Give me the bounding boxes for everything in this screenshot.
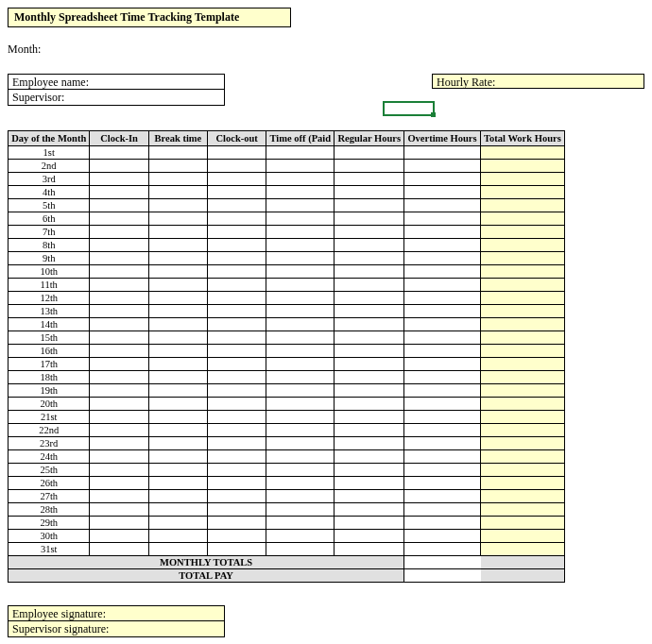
data-cell[interactable] xyxy=(404,543,481,556)
day-cell[interactable]: 22nd xyxy=(9,424,90,437)
day-cell[interactable]: 23rd xyxy=(9,437,90,450)
day-cell[interactable]: 2nd xyxy=(9,160,90,173)
data-cell[interactable] xyxy=(208,318,266,331)
supervisor-signature-label[interactable]: Supervisor signature: xyxy=(9,621,224,636)
data-cell[interactable] xyxy=(480,530,564,543)
data-cell[interactable] xyxy=(480,477,564,490)
data-cell[interactable] xyxy=(335,279,404,292)
data-cell[interactable] xyxy=(148,450,207,464)
data-cell[interactable] xyxy=(480,160,564,173)
data-cell[interactable] xyxy=(90,345,148,358)
data-cell[interactable] xyxy=(335,371,404,384)
data-cell[interactable] xyxy=(148,384,207,398)
data-cell[interactable] xyxy=(148,305,207,318)
data-cell[interactable] xyxy=(266,186,335,199)
data-cell[interactable] xyxy=(335,437,404,450)
data-cell[interactable] xyxy=(90,384,148,398)
data-cell[interactable] xyxy=(148,199,207,212)
data-cell[interactable] xyxy=(266,384,335,398)
data-cell[interactable] xyxy=(148,239,207,252)
data-cell[interactable] xyxy=(90,199,148,212)
data-cell[interactable] xyxy=(404,199,481,212)
data-cell[interactable] xyxy=(148,530,207,543)
data-cell[interactable] xyxy=(208,384,266,398)
day-cell[interactable]: 14th xyxy=(9,318,90,331)
data-cell[interactable] xyxy=(480,252,564,265)
supervisor-label[interactable]: Supervisor: xyxy=(9,90,224,105)
data-cell[interactable] xyxy=(335,358,404,371)
data-cell[interactable] xyxy=(266,503,335,517)
data-cell[interactable] xyxy=(335,331,404,345)
day-cell[interactable]: 10th xyxy=(9,265,90,279)
data-cell[interactable] xyxy=(480,331,564,345)
data-cell[interactable] xyxy=(480,543,564,556)
day-cell[interactable]: 29th xyxy=(9,517,90,530)
data-cell[interactable] xyxy=(148,173,207,186)
data-cell[interactable] xyxy=(148,146,207,160)
data-cell[interactable] xyxy=(208,265,266,279)
data-cell[interactable] xyxy=(208,331,266,345)
day-cell[interactable]: 18th xyxy=(9,371,90,384)
data-cell[interactable] xyxy=(208,424,266,437)
data-cell[interactable] xyxy=(335,450,404,464)
data-cell[interactable] xyxy=(335,490,404,503)
data-cell[interactable] xyxy=(404,239,481,252)
data-cell[interactable] xyxy=(148,331,207,345)
data-cell[interactable] xyxy=(208,358,266,371)
data-cell[interactable] xyxy=(208,146,266,160)
data-cell[interactable] xyxy=(335,252,404,265)
data-cell[interactable] xyxy=(90,265,148,279)
data-cell[interactable] xyxy=(480,424,564,437)
data-cell[interactable] xyxy=(335,477,404,490)
data-cell[interactable] xyxy=(208,212,266,226)
data-cell[interactable] xyxy=(148,265,207,279)
data-cell[interactable] xyxy=(266,292,335,305)
data-cell[interactable] xyxy=(208,530,266,543)
data-cell[interactable] xyxy=(148,318,207,331)
data-cell[interactable] xyxy=(266,490,335,503)
data-cell[interactable] xyxy=(266,358,335,371)
data-cell[interactable] xyxy=(480,173,564,186)
data-cell[interactable] xyxy=(148,160,207,173)
employee-name-label[interactable]: Employee name: xyxy=(9,75,224,90)
day-cell[interactable]: 8th xyxy=(9,239,90,252)
data-cell[interactable] xyxy=(480,345,564,358)
data-cell[interactable] xyxy=(90,279,148,292)
data-cell[interactable] xyxy=(335,173,404,186)
data-cell[interactable] xyxy=(266,398,335,411)
day-cell[interactable]: 26th xyxy=(9,477,90,490)
data-cell[interactable] xyxy=(148,398,207,411)
data-cell[interactable] xyxy=(404,252,481,265)
data-cell[interactable] xyxy=(208,239,266,252)
data-cell[interactable] xyxy=(404,437,481,450)
data-cell[interactable] xyxy=(90,173,148,186)
data-cell[interactable] xyxy=(208,345,266,358)
data-cell[interactable] xyxy=(90,477,148,490)
day-cell[interactable]: 12th xyxy=(9,292,90,305)
data-cell[interactable] xyxy=(208,437,266,450)
data-cell[interactable] xyxy=(335,384,404,398)
data-cell[interactable] xyxy=(266,371,335,384)
data-cell[interactable] xyxy=(208,477,266,490)
data-cell[interactable] xyxy=(480,318,564,331)
data-cell[interactable] xyxy=(480,146,564,160)
data-cell[interactable] xyxy=(90,160,148,173)
data-cell[interactable] xyxy=(266,226,335,239)
data-cell[interactable] xyxy=(90,450,148,464)
data-cell[interactable] xyxy=(404,450,481,464)
day-cell[interactable]: 30th xyxy=(9,530,90,543)
data-cell[interactable] xyxy=(90,424,148,437)
data-cell[interactable] xyxy=(335,199,404,212)
data-cell[interactable] xyxy=(90,464,148,477)
day-cell[interactable]: 13th xyxy=(9,305,90,318)
data-cell[interactable] xyxy=(148,424,207,437)
data-cell[interactable] xyxy=(335,160,404,173)
data-cell[interactable] xyxy=(335,543,404,556)
data-cell[interactable] xyxy=(335,146,404,160)
data-cell[interactable] xyxy=(266,173,335,186)
data-cell[interactable] xyxy=(480,411,564,424)
day-cell[interactable]: 28th xyxy=(9,503,90,517)
data-cell[interactable] xyxy=(208,517,266,530)
data-cell[interactable] xyxy=(335,424,404,437)
data-cell[interactable] xyxy=(266,160,335,173)
